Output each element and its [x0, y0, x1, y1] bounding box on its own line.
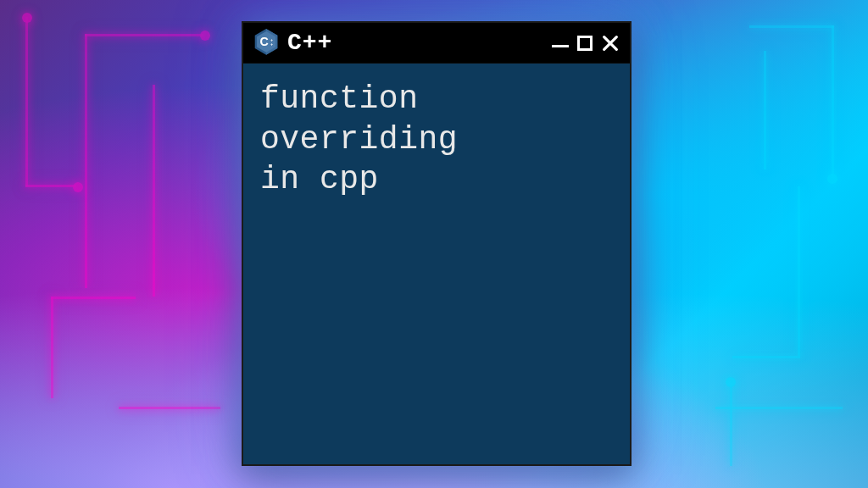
- terminal-window: C + + C++ function overriding in cpp: [242, 21, 632, 466]
- svg-text:+: +: [270, 42, 273, 47]
- close-button[interactable]: [601, 34, 620, 53]
- svg-text:+: +: [270, 37, 273, 42]
- cpp-logo-icon: C + +: [253, 29, 279, 58]
- minimize-button[interactable]: [552, 38, 569, 47]
- window-title: C++: [287, 30, 552, 56]
- terminal-content: function overriding in cpp: [260, 79, 613, 200]
- maximize-button[interactable]: [577, 36, 593, 51]
- terminal-body[interactable]: function overriding in cpp: [243, 64, 630, 464]
- svg-text:C: C: [260, 35, 269, 48]
- title-bar[interactable]: C + + C++: [243, 23, 630, 64]
- window-controls: [552, 34, 620, 53]
